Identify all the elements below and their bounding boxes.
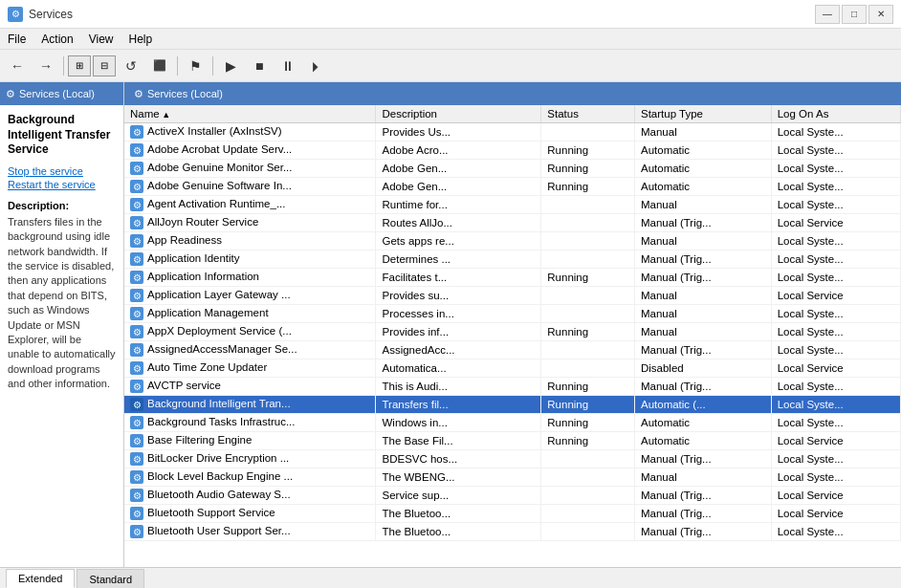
table-row[interactable]: Application Identity Determines ... Manu… — [124, 250, 901, 269]
pause-button[interactable]: ⏸ — [275, 54, 301, 78]
cell-startup: Automatic — [634, 414, 771, 432]
restart-service-link[interactable]: Restart the service — [8, 179, 116, 190]
service-icon — [130, 307, 143, 320]
table-row[interactable]: App Readiness Gets apps re... Manual Loc… — [124, 232, 901, 250]
col-header-logon[interactable]: Log On As — [771, 105, 900, 123]
menu-action[interactable]: Action — [33, 29, 80, 49]
flag-button[interactable]: ⚑ — [182, 54, 209, 78]
service-icon — [130, 162, 143, 175]
play-button[interactable]: ▶ — [217, 54, 244, 78]
right-panel: ⚙ Services (Local) Name Description Stat… — [124, 82, 901, 567]
view-btn-2[interactable]: ⊟ — [93, 55, 116, 76]
table-row[interactable]: BitLocker Drive Encryption ... BDESVC ho… — [124, 450, 901, 468]
table-row[interactable]: Application Information Facilitates t...… — [124, 269, 901, 287]
cell-startup: Manual — [634, 305, 771, 323]
cell-status — [541, 196, 635, 214]
table-row[interactable]: AVCTP service This is Audi... Running Ma… — [124, 378, 901, 396]
stop-button[interactable]: ⬛ — [146, 54, 173, 78]
left-panel-content: Background Intelligent Transfer Service … — [0, 105, 123, 567]
resume-button[interactable]: ⏵ — [303, 54, 330, 78]
title-bar: ⚙ Services — □ ✕ — [0, 0, 901, 29]
cell-startup: Automatic (... — [634, 396, 771, 414]
table-row[interactable]: Background Tasks Infrastruc... Windows i… — [124, 414, 901, 432]
refresh-button[interactable]: ↺ — [118, 54, 144, 78]
cell-startup: Manual (Trig... — [634, 450, 771, 468]
back-button[interactable]: ← — [4, 54, 31, 78]
table-row[interactable]: Application Layer Gateway ... Provides s… — [124, 287, 901, 305]
main-container: ⚙ Services (Local) Background Intelligen… — [0, 82, 901, 567]
cell-startup: Automatic — [634, 178, 771, 196]
service-icon — [130, 525, 143, 538]
cell-logon: Local Syste... — [771, 142, 900, 160]
cell-status: Running — [541, 323, 635, 341]
cell-desc: Service sup... — [376, 487, 541, 505]
cell-startup: Manual — [634, 323, 771, 341]
cell-name: Bluetooth User Support Ser... — [124, 523, 376, 541]
menu-view[interactable]: View — [81, 29, 121, 49]
cell-startup: Manual — [634, 468, 771, 487]
col-header-name[interactable]: Name — [124, 105, 376, 123]
cell-name: AssignedAccessManager Se... — [124, 341, 376, 359]
table-row[interactable]: ActiveX Installer (AxInstSV) Provides Us… — [124, 123, 901, 142]
cell-status: Running — [541, 178, 635, 196]
cell-name: ActiveX Installer (AxInstSV) — [124, 123, 376, 142]
cell-name: AVCTP service — [124, 378, 376, 396]
minimize-button[interactable]: — — [815, 5, 840, 24]
service-icon — [130, 507, 143, 520]
table-row[interactable]: Base Filtering Engine The Base Fil... Ru… — [124, 432, 901, 450]
forward-button[interactable]: → — [33, 54, 59, 78]
cell-logon: Local Syste... — [771, 178, 900, 196]
menu-help[interactable]: Help — [121, 29, 161, 49]
menu-file[interactable]: File — [0, 29, 33, 49]
col-header-desc[interactable]: Description — [376, 105, 541, 123]
cell-name: Agent Activation Runtime_... — [124, 196, 376, 214]
service-icon — [130, 470, 143, 484]
table-row[interactable]: AppX Deployment Service (... Provides in… — [124, 323, 901, 341]
stop-service-link[interactable]: Stop the service — [8, 165, 116, 177]
table-row[interactable]: Auto Time Zone Updater Automatica... Dis… — [124, 359, 901, 378]
cell-status: Running — [541, 142, 635, 160]
cell-status — [541, 505, 635, 523]
cell-logon: Local Syste... — [771, 468, 900, 487]
tab-extended[interactable]: Extended — [6, 569, 75, 588]
table-row[interactable]: Block Level Backup Engine ... The WBENG.… — [124, 468, 901, 487]
cell-desc: Routes AllJo... — [376, 214, 541, 232]
cell-startup: Manual (Trig... — [634, 250, 771, 269]
table-row[interactable]: Bluetooth Support Service The Bluetoo...… — [124, 505, 901, 523]
maximize-button[interactable]: □ — [842, 5, 867, 24]
table-row[interactable]: Adobe Genuine Monitor Ser... Adobe Gen..… — [124, 160, 901, 178]
cell-name: AllJoyn Router Service — [124, 214, 376, 232]
cell-logon: Local Syste... — [771, 305, 900, 323]
table-row[interactable]: Adobe Acrobat Update Serv... Adobe Acro.… — [124, 142, 901, 160]
col-header-startup[interactable]: Startup Type — [634, 105, 771, 123]
col-header-status[interactable]: Status — [541, 105, 635, 123]
cell-desc: Automatica... — [376, 359, 541, 378]
table-row[interactable]: AllJoyn Router Service Routes AllJo... M… — [124, 214, 901, 232]
cell-startup: Manual (Trig... — [634, 378, 771, 396]
table-row[interactable]: AssignedAccessManager Se... AssignedAcc.… — [124, 341, 901, 359]
cell-name: Application Layer Gateway ... — [124, 287, 376, 305]
table-row[interactable]: Bluetooth Audio Gateway S... Service sup… — [124, 487, 901, 505]
cell-logon: Local Service — [771, 214, 900, 232]
view-btn-1[interactable]: ⊞ — [68, 55, 91, 76]
close-button[interactable]: ✕ — [868, 5, 893, 24]
stop2-button[interactable]: ⏹ — [246, 54, 273, 78]
cell-name: Background Intelligent Tran... — [124, 396, 376, 414]
toolbar-sep-1 — [63, 56, 64, 76]
table-row[interactable]: Agent Activation Runtime_... Runtime for… — [124, 196, 901, 214]
table-row[interactable]: Application Management Processes in... M… — [124, 305, 901, 323]
right-panel-header: ⚙ Services (Local) — [124, 82, 901, 105]
table-row[interactable]: Adobe Genuine Software In... Adobe Gen..… — [124, 178, 901, 196]
cell-name: App Readiness — [124, 232, 376, 250]
cell-name: Block Level Backup Engine ... — [124, 468, 376, 487]
cell-name: Application Identity — [124, 250, 376, 269]
cell-startup: Automatic — [634, 160, 771, 178]
services-table-container[interactable]: Name Description Status Startup Type Log… — [124, 105, 901, 567]
table-row[interactable]: Bluetooth User Support Ser... The Blueto… — [124, 523, 901, 541]
cell-logon: Local Syste... — [771, 160, 900, 178]
cell-startup: Manual — [634, 196, 771, 214]
cell-desc: Determines ... — [376, 250, 541, 269]
table-row[interactable]: Background Intelligent Tran... Transfers… — [124, 396, 901, 414]
services-table: Name Description Status Startup Type Log… — [124, 105, 901, 541]
tab-standard[interactable]: Standard — [77, 569, 144, 588]
